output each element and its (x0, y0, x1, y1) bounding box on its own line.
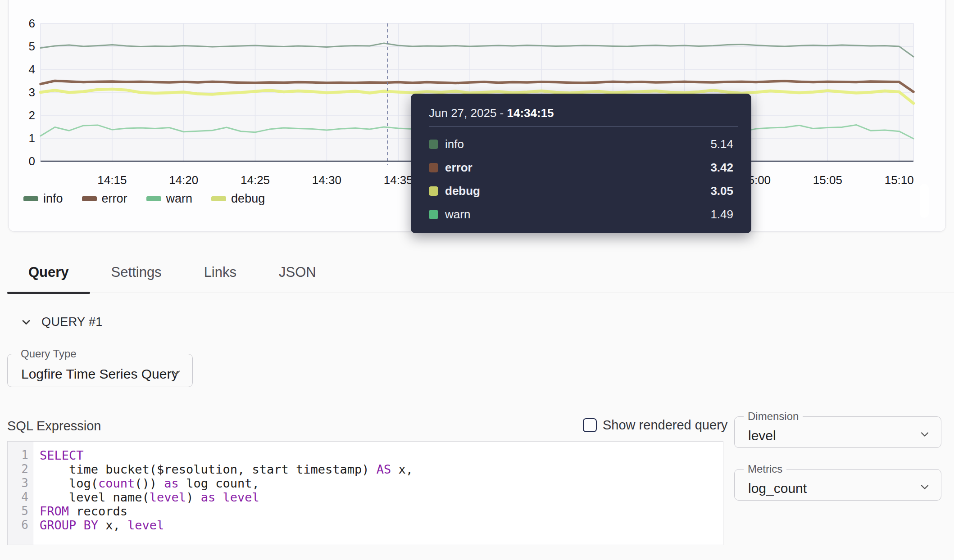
show-rendered-query-row: Show rendered query (583, 418, 727, 433)
line-number: 6 (8, 518, 28, 532)
tooltip-swatch-debug (429, 186, 438, 196)
show-rendered-query-label: Show rendered query (603, 418, 727, 433)
legend-item-error[interactable]: error (82, 192, 127, 206)
metrics-select[interactable]: Metrics log_count (734, 463, 941, 501)
chart-scrollbar[interactable] (920, 184, 929, 218)
chevron-down-icon (918, 428, 931, 443)
code-line: FROM records (40, 504, 723, 518)
line-number: 3 (8, 476, 28, 490)
detail-tabs: QuerySettingsLinksJSON (7, 252, 954, 293)
query-type-value: Logfire Time Series Query (21, 366, 178, 382)
code-line: log(count()) as log_count, (40, 476, 723, 490)
sql-editor: 123456 SELECT time_bucket($resolution, s… (7, 441, 723, 545)
line-numbers: 123456 (8, 442, 33, 545)
tooltip-series-value: 5.14 (710, 137, 733, 151)
legend-item-warn[interactable]: warn (146, 192, 193, 206)
legend-swatch-debug (211, 196, 226, 201)
legend-label: error (102, 192, 127, 206)
tab-links[interactable]: Links (183, 252, 258, 293)
tooltip-row-warn: warn1.49 (429, 203, 733, 226)
dimension-label: Dimension (744, 410, 803, 423)
legend-item-info[interactable]: info (23, 192, 63, 206)
sql-code-area[interactable]: SELECT time_bucket($resolution, start_ti… (33, 442, 723, 545)
code-line: GROUP BY x, level (40, 518, 723, 532)
tooltip-series-name: warn (445, 208, 470, 221)
legend-swatch-warn (146, 196, 161, 201)
code-line: level_name(level) as level (40, 490, 723, 504)
legend-swatch-info (23, 196, 38, 201)
tab-json[interactable]: JSON (258, 252, 337, 293)
chart-legend: infoerrorwarndebug (23, 192, 265, 206)
tooltip-timestamp: Jun 27, 2025 - 14:34:15 (411, 94, 751, 126)
legend-swatch-error (82, 196, 97, 201)
page: 012345614:1514:2014:2514:3014:3514:4014:… (0, 0, 954, 560)
chevron-down-icon (918, 481, 931, 495)
sql-expression-label: SQL Expression (7, 419, 101, 434)
query-type-select[interactable]: Query Type Logfire Time Series Query (7, 348, 193, 387)
tooltip-swatch-error (429, 163, 438, 172)
query-section-divider (7, 337, 954, 337)
tooltip-series-value: 1.49 (710, 208, 733, 221)
code-line: SELECT (40, 448, 723, 462)
chevron-down-icon (170, 366, 182, 381)
query-1-label: QUERY #1 (41, 315, 103, 329)
query-type-label: Query Type (17, 348, 81, 360)
legend-label: info (43, 192, 63, 206)
legend-item-debug[interactable]: debug (211, 192, 265, 206)
tooltip-swatch-info (429, 140, 438, 149)
tooltip-row-info: info5.14 (429, 132, 733, 156)
legend-label: debug (231, 192, 265, 206)
query-1-header: QUERY #1 (20, 315, 103, 329)
show-rendered-query-checkbox[interactable] (583, 418, 597, 432)
tooltip-swatch-warn (429, 210, 438, 219)
tooltip-series-value: 3.42 (710, 161, 733, 175)
line-number: 4 (8, 490, 28, 504)
chart-tooltip: Jun 27, 2025 - 14:34:15 info5.14error3.4… (411, 94, 751, 233)
tab-settings[interactable]: Settings (90, 252, 183, 293)
line-number: 5 (8, 504, 28, 518)
tooltip-series-name: error (445, 161, 472, 175)
collapse-chevron-icon[interactable] (20, 316, 32, 329)
legend-label: warn (166, 192, 193, 206)
tab-query[interactable]: Query (7, 252, 90, 293)
panel-top-divider (9, 7, 945, 7)
code-line: time_bucket($resolution, start_timestamp… (40, 462, 723, 476)
tooltip-row-debug: debug3.05 (429, 179, 733, 203)
metrics-label: Metrics (744, 463, 786, 475)
metrics-value: log_count (748, 481, 807, 496)
tooltip-row-error: error3.42 (429, 156, 733, 179)
line-number: 2 (8, 462, 28, 476)
tooltip-series-name: debug (445, 184, 480, 198)
tooltip-series-value: 3.05 (710, 184, 733, 198)
tooltip-series-name: info (445, 137, 464, 151)
tooltip-rows: info5.14error3.42debug3.05warn1.49 (411, 127, 751, 233)
dimension-select[interactable]: Dimension level (734, 410, 941, 448)
line-number: 1 (8, 448, 28, 462)
dimension-value: level (748, 428, 776, 443)
